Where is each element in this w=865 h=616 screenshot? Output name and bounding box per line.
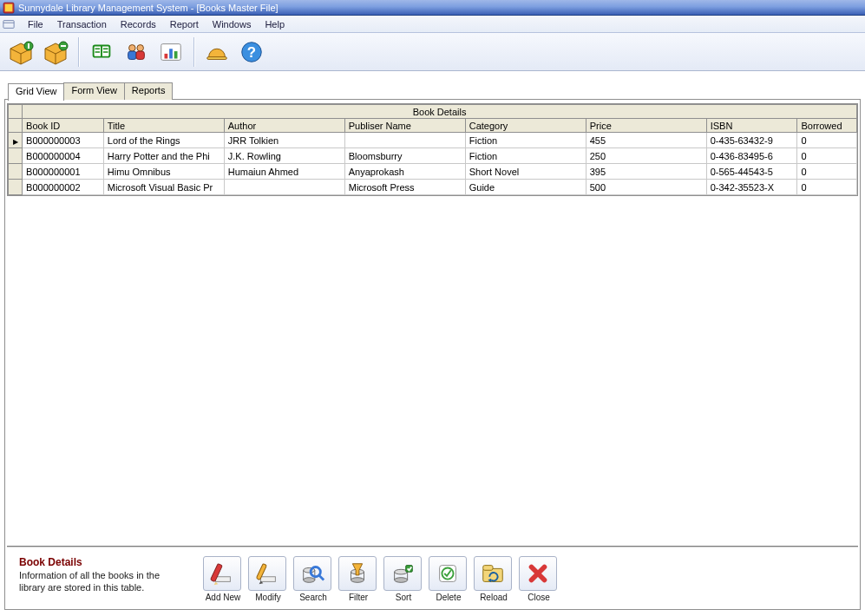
action-filter-button[interactable]: Filter (338, 556, 378, 602)
cell[interactable]: JRR Tolkien (224, 133, 344, 148)
cell[interactable] (344, 133, 465, 148)
cell[interactable]: Himu Omnibus (103, 164, 224, 180)
col-price[interactable]: Price (586, 119, 706, 133)
cell[interactable]: 0 (797, 133, 857, 148)
svg-marker-25 (214, 581, 219, 585)
svg-rect-19 (174, 51, 178, 58)
col-title[interactable]: Title (103, 119, 224, 133)
svg-rect-13 (128, 51, 136, 59)
table-row[interactable]: B000000002Microsoft Visual Basic PrMicro… (9, 180, 857, 195)
table-row[interactable]: B000000001Himu OmnibusHumaiun AhmedAnyap… (9, 164, 857, 180)
cell[interactable]: Fiction (465, 148, 586, 164)
cell[interactable]: Microsoft Press (344, 180, 465, 195)
cell[interactable]: Guide (465, 180, 586, 195)
menu-records[interactable]: Records (114, 17, 163, 31)
action-modify-button[interactable]: Modify (248, 556, 288, 602)
cell[interactable]: Humaiun Ahmed (224, 164, 344, 180)
cell[interactable]: Microsoft Visual Basic Pr (103, 180, 224, 195)
cell[interactable]: 455 (586, 133, 706, 148)
svg-point-33 (351, 578, 364, 583)
toolbar: ? (0, 33, 865, 71)
action-label: Reload (474, 593, 514, 602)
cell[interactable]: B000000003 (23, 133, 104, 148)
svg-point-14 (137, 44, 144, 51)
svg-rect-42 (483, 566, 493, 571)
toolbar-help-icon[interactable]: ? (236, 36, 267, 68)
cell[interactable]: Lord of the Rings (103, 133, 224, 148)
col-author[interactable]: Author (224, 119, 344, 133)
action-close-button[interactable]: Close (519, 556, 559, 602)
cell[interactable] (224, 180, 344, 195)
tab-form-view[interactable]: Form View (63, 82, 124, 100)
cell[interactable]: B000000004 (23, 148, 104, 164)
svg-rect-17 (165, 53, 168, 58)
toolbar-box-add-icon[interactable] (5, 36, 36, 68)
cell[interactable]: 0 (797, 180, 857, 195)
menu-windows[interactable]: Windows (206, 17, 259, 31)
svg-rect-18 (169, 49, 173, 58)
toolbar-people-icon[interactable] (121, 36, 152, 68)
cell[interactable]: 0 (797, 164, 857, 180)
menu-transaction[interactable]: Transaction (50, 17, 114, 31)
action-sort-button[interactable]: Sort (383, 556, 423, 602)
action-label: Delete (429, 593, 469, 602)
cell[interactable]: Short Novel (465, 164, 586, 180)
cell[interactable]: 0-435-63432-9 (706, 133, 797, 148)
action-reload-button[interactable]: Reload (474, 556, 514, 602)
grid-header-row: Book ID Title Author Publiser Name Categ… (9, 119, 857, 133)
filter-icon (338, 556, 377, 591)
row-header[interactable] (9, 133, 23, 148)
toolbar-books-icon[interactable] (86, 36, 117, 68)
cell[interactable]: Fiction (465, 133, 586, 148)
svg-text:?: ? (247, 43, 256, 60)
cell[interactable]: 395 (586, 164, 706, 180)
cell[interactable]: 0-565-44543-5 (706, 164, 797, 180)
toolbar-box-edit-icon[interactable] (40, 36, 71, 68)
cell[interactable]: B000000001 (23, 164, 104, 180)
col-book-id[interactable]: Book ID (23, 119, 104, 133)
cell[interactable]: B000000002 (23, 180, 104, 195)
system-menu-icon[interactable] (2, 18, 16, 30)
books-grid[interactable]: Book Details Book ID Title Author Publis… (7, 103, 858, 196)
row-header[interactable] (9, 148, 23, 164)
cell[interactable]: 0-342-35523-X (706, 180, 797, 195)
window-title: Sunnydale Library Management System - [B… (18, 3, 279, 13)
row-header[interactable] (9, 180, 23, 195)
delete-icon (429, 556, 467, 591)
action-add-new-button[interactable]: Add New (203, 556, 243, 602)
col-publisher[interactable]: Publiser Name (344, 119, 465, 133)
cell[interactable]: 0 (797, 148, 857, 164)
svg-line-32 (319, 575, 324, 580)
cell[interactable]: 0-436-83495-6 (706, 148, 797, 164)
menu-report[interactable]: Report (163, 17, 206, 31)
svg-rect-2 (3, 20, 14, 28)
action-button-bar: Add NewModifySearchFilterSortDeleteReloa… (203, 556, 559, 602)
action-label: Sort (383, 593, 423, 602)
cell[interactable]: Bloomsburry (344, 148, 465, 164)
toolbar-chart-icon[interactable] (155, 36, 187, 68)
action-search-button[interactable]: Search (293, 556, 333, 602)
tab-grid-view[interactable]: Grid View (8, 83, 64, 101)
toolbar-separator (193, 37, 194, 67)
table-row[interactable]: B000000004Harry Potter and the PhiJ.K. R… (9, 148, 857, 164)
row-header[interactable] (9, 164, 23, 180)
svg-rect-15 (136, 51, 144, 59)
table-row[interactable]: B000000003Lord of the RingsJRR TolkienFi… (9, 133, 857, 148)
cell[interactable]: Anyaprokash (344, 164, 465, 180)
cell[interactable]: 500 (586, 180, 706, 195)
col-isbn[interactable]: ISBN (706, 119, 797, 133)
svg-point-36 (395, 578, 408, 583)
menu-file[interactable]: File (21, 17, 50, 31)
bottom-heading: Book Details (19, 556, 184, 568)
cell[interactable]: J.K. Rowling (224, 148, 344, 164)
col-category[interactable]: Category (465, 119, 586, 133)
cell[interactable]: 250 (586, 148, 706, 164)
workspace: Grid View Form View Reports Book Details (0, 71, 865, 613)
tab-reports[interactable]: Reports (124, 82, 174, 100)
tab-panel-grid-view: Book Details Book ID Title Author Publis… (4, 99, 861, 610)
cell[interactable]: Harry Potter and the Phi (103, 148, 224, 164)
col-borrowed[interactable]: Borrowed (797, 119, 857, 133)
menu-help[interactable]: Help (258, 17, 292, 31)
action-delete-button[interactable]: Delete (429, 556, 469, 602)
toolbar-hardhat-icon[interactable] (201, 36, 233, 68)
